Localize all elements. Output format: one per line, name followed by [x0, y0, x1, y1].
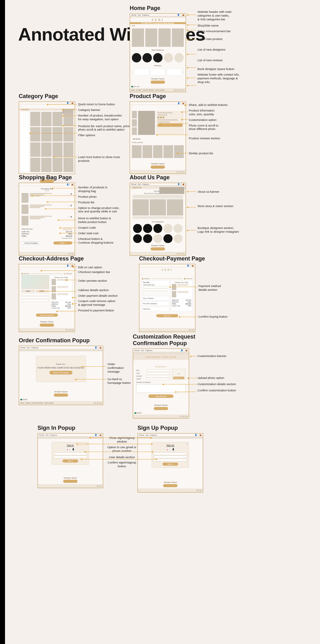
trash-icon: 🗑: [70, 193, 72, 195]
buy-now-button[interactable]: Buy Now: [156, 314, 178, 317]
upload-photo: ＋Upload Picture: [172, 369, 186, 379]
brand-logo: ZERI: [130, 17, 186, 22]
order-wireframe: WomanKidsFragrance👤 ♡ 👜 Thank You ! YOUR…: [19, 346, 103, 405]
coupon-chip: [63, 228, 72, 230]
header-icons: 👤♡👜: [177, 14, 184, 16]
bag-title: Shopping Bag Page: [19, 174, 75, 181]
cust-wireframe: WomanKidsFragrance👤 ♡ 👜 CUSTOMIZE YOUR P…: [133, 349, 189, 419]
about-wireframe: WomanKidsFragrance👤 ♡ 👜 About Us Our Sto…: [130, 183, 186, 256]
phone-icon[interactable]: 📱: [171, 448, 175, 451]
addr-wireframe: 👤 ♡ 👜 ‹ AddressPayment HomeOffice Previe…: [19, 264, 75, 332]
cust-title: Customization Request Confirmation Popup: [133, 334, 195, 347]
continue-shopping-button[interactable]: Continue Shopping: [22, 241, 40, 245]
signin-wireframe: WomanKidsFragrance👤 ♡ 👜 × Sign In G📱 Sig…: [38, 433, 103, 488]
bag-icon: 👜: [182, 14, 184, 16]
back-home-button[interactable]: Back To Homepage: [49, 371, 72, 374]
product-wireframe: 👤 ♡ 👜 ‹ ★★★★★ Similar products Designer …: [130, 102, 186, 174]
pay-wireframe: 👤 ♡ 👜 ZERI ‹ AddressPayment Pay WithCard…: [139, 264, 195, 332]
map: [22, 275, 49, 289]
signup-title: Sign Up Popup: [138, 425, 203, 431]
join-button[interactable]: [151, 81, 165, 84]
signin-title: Sign In Popup: [38, 425, 103, 431]
send-request-button[interactable]: Send Request: [148, 394, 173, 398]
google-icon[interactable]: G: [166, 448, 169, 451]
checkout-button[interactable]: Checkout: [53, 241, 72, 245]
chevron-right-icon: ›: [183, 71, 184, 74]
bag-wireframe: 👤 ♡ 👜 Shopping Bag 4 Items ♡🗑 ♡🗑 ♡🗑 Orde…: [19, 183, 75, 256]
add-to-cart-button[interactable]: [158, 124, 182, 127]
user-icon: 👤: [177, 14, 179, 16]
signup-wireframe: WomanKidsFragrance👤 ♡ 👜 × Sign Up G📱 Sig…: [138, 433, 203, 493]
filter-sidebar: [20, 112, 29, 172]
product-title: Product Page: [130, 93, 186, 100]
phone-icon[interactable]: 📱: [71, 448, 75, 451]
signup-button[interactable]: Sign Up: [162, 463, 178, 466]
black-side-bar: [0, 0, 5, 644]
proceed-button[interactable]: Proceed to payment: [36, 314, 58, 317]
about-title: About Us Page: [130, 174, 186, 181]
google-icon[interactable]: G: [66, 448, 69, 451]
signin-button[interactable]: Sign In: [62, 459, 78, 463]
category-title: Category Page: [19, 93, 75, 100]
chevron-left-icon: ‹: [132, 71, 133, 74]
category-wireframe: 👤 ♡ 👜 ‹ Dresses Designer Space: [19, 102, 75, 174]
order-title: Order Confirmation Popup: [19, 337, 103, 344]
home-wireframe: WomanKidsFragrance 👤♡👜 ZERI 25- 50% OFF …: [130, 13, 186, 92]
heart-icon: ♡: [68, 193, 69, 195]
addr-title: Checkout-Address Page: [19, 255, 84, 262]
heart-icon: ♡: [180, 14, 182, 16]
home-title: Home Page: [130, 5, 186, 12]
anno: Website header with main categories & us…: [198, 10, 260, 21]
pay-title: Checkout-Payment Page: [139, 255, 205, 262]
tab-home[interactable]: Home: [22, 290, 35, 292]
close-icon[interactable]: ×: [186, 443, 188, 445]
